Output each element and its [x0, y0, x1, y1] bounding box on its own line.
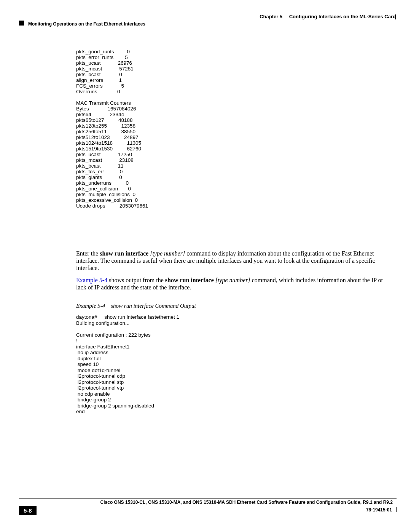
body-paragraph-2: Example 5-4 shows output from the show r…	[76, 276, 384, 291]
chapter-title: Configuring Interfaces on the ML-Series …	[289, 14, 396, 19]
command-text: show run interface	[165, 277, 215, 283]
argument-text: [type number]	[150, 250, 186, 257]
footer-end-bar	[396, 507, 397, 512]
text: Enter the	[76, 250, 100, 257]
text: shows output from the	[107, 277, 165, 283]
example-title: show run interface Command Output	[111, 303, 196, 309]
page-number-badge: 5-8	[19, 506, 37, 515]
footer-bottom-row: 5-8 78-19415-01	[19, 507, 397, 516]
command-text: show run interface	[100, 250, 150, 257]
cli-output-block-2: daytona# show run interface fastethernet…	[76, 314, 179, 415]
section-title-row: Monitoring Operations on the Fast Ethern…	[19, 21, 145, 27]
example-link[interactable]: Example 5-4	[76, 277, 107, 283]
document-page: Chapter 5 Configuring Interfaces on the …	[0, 0, 411, 532]
footer-guide-title: Cisco ONS 15310-CL, ONS 15310-MA, and ON…	[19, 500, 393, 505]
body-paragraph-1: Enter the show run interface [type numbe…	[76, 250, 384, 272]
argument-text: [type number]	[215, 277, 252, 283]
document-number: 78-19415-01	[366, 507, 392, 513]
page-footer: Cisco ONS 15310-CL, ONS 15310-MA, and ON…	[19, 498, 397, 516]
header-end-bar	[395, 14, 396, 19]
chapter-label: Chapter 5	[260, 14, 282, 19]
example-label: Example 5-4	[76, 303, 105, 309]
section-title: Monitoring Operations on the Fast Ethern…	[28, 21, 145, 27]
cli-output-block-1: pkts_good_runts 0 pkts_error_runts 5 pkt…	[76, 49, 148, 209]
example-caption: Example 5-4 show run interface Command O…	[76, 303, 196, 309]
header-right: Chapter 5 Configuring Interfaces on the …	[260, 14, 396, 19]
